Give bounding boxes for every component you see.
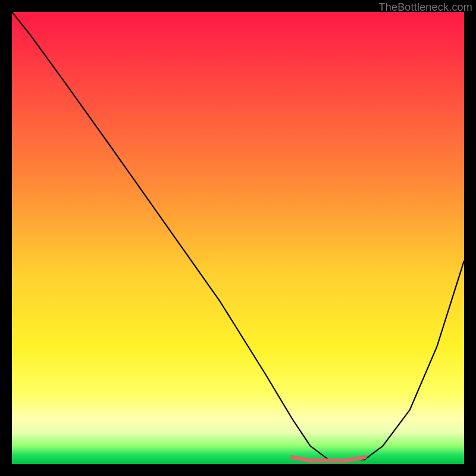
flat-segment-highlight [292, 458, 365, 461]
curve-svg [12, 12, 464, 464]
bottleneck-curve-path [12, 12, 464, 459]
chart-frame: TheBottleneck.com [0, 0, 476, 476]
plot-area [12, 12, 464, 464]
